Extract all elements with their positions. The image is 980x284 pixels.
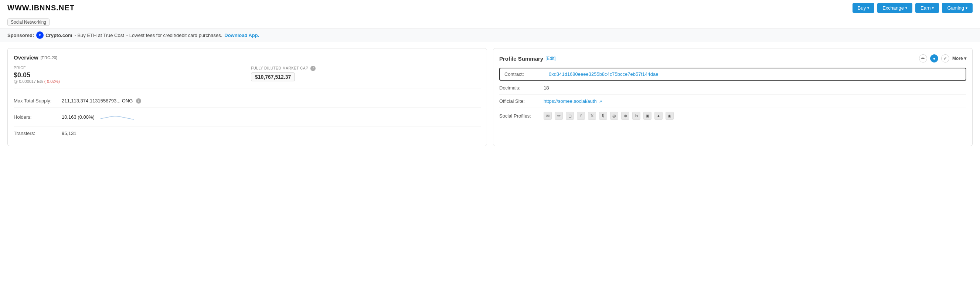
social-profiles-label: Social Profiles: [499, 113, 544, 119]
edit-pencil-icon[interactable]: ✏ [919, 54, 927, 62]
official-site-label: Official Site: [499, 98, 544, 104]
max-supply-value: 211,113,374.1131558793... ONG i [62, 98, 141, 104]
earn-chevron-icon: ▾ [932, 6, 934, 10]
market-cap-info-icon[interactable]: i [310, 66, 316, 71]
price-change: (-0.02%) [45, 79, 60, 84]
github-social-icon[interactable]: ◎ [610, 112, 618, 120]
holders-sparkline [100, 111, 134, 123]
linkedin-social-icon[interactable]: in [632, 112, 640, 120]
holders-value: 10,163 (0.00%) [62, 111, 134, 123]
contract-label: Contract: [504, 71, 549, 77]
token-tag-badge[interactable]: Social Networking [7, 19, 49, 26]
social-icons-container: ✉ ✏ ◻ f 𝕏 ₿ ◎ ⊕ in ▣ ▲ ◉ [544, 112, 674, 120]
sponsor-sub: - Lowest fees for credit/debit card purc… [126, 32, 222, 38]
profile-header: Profile Summary [Edit] ✏ ● ✓ More ▾ [499, 54, 966, 62]
other4-social-icon[interactable]: ◉ [665, 112, 674, 120]
market-cap-block: FULLY DILUTED MARKET CAP i $10,767,512.3… [251, 66, 481, 84]
price-section: PRICE $0.05 @ 0.000017 Eth (-0.02%) FULL… [14, 66, 481, 88]
crypto-logo-icon: C [36, 32, 44, 39]
decimals-label: Decimals: [499, 85, 544, 91]
social-profiles-row: Social Profiles: ✉ ✏ ◻ f 𝕏 ₿ ◎ ⊕ in ▣ ▲ … [499, 108, 966, 123]
decimals-value: 18 [544, 85, 966, 91]
external-link-icon: ↗ [599, 99, 602, 104]
profile-card: Profile Summary [Edit] ✏ ● ✓ More ▾ Cont… [493, 48, 973, 146]
email-social-icon[interactable]: ✉ [544, 112, 552, 120]
holders-label: Holders: [14, 114, 58, 120]
sponsor-brand: C Crypto.com [36, 32, 72, 39]
price-label: PRICE [14, 66, 243, 70]
price-eth: @ 0.000017 Eth (-0.02%) [14, 79, 243, 84]
max-supply-label: Max Total Supply: [14, 98, 58, 104]
contract-row: Contract: 0xd341d1680eeee3255b8c4c75bcce… [499, 68, 966, 81]
official-site-row: Official Site: https://somee.social/auth… [499, 95, 966, 108]
edit-social-icon[interactable]: ✏ [555, 112, 563, 120]
check-icon[interactable]: ✓ [941, 54, 949, 62]
max-supply-row: Max Total Supply: 211,113,374.1131558793… [14, 94, 481, 108]
site-logo: WWW.IBNNS.NET [7, 4, 75, 12]
more-chevron-icon: ▾ [964, 56, 966, 61]
profile-title: Profile Summary [499, 56, 543, 62]
earn-button[interactable]: Earn ▾ [915, 3, 939, 13]
buy-chevron-icon: ▾ [867, 6, 869, 10]
sponsored-bar: Sponsored: C Crypto.com - Buy ETH at Tru… [0, 29, 980, 42]
sponsor-description: - Buy ETH at True Cost [74, 32, 124, 38]
transfers-row: Transfers: 95,131 [14, 127, 481, 140]
price-block: PRICE $0.05 @ 0.000017 Eth (-0.02%) [14, 66, 243, 84]
twitter-social-icon[interactable]: 𝕏 [588, 112, 596, 120]
official-site-link[interactable]: https://somee.social/auth [544, 98, 597, 104]
nav-buttons: Buy ▾ Exchange ▾ Earn ▾ Gaming ▾ [853, 3, 973, 13]
bitcoin-social-icon[interactable]: ₿ [599, 112, 607, 120]
market-cap-label: FULLY DILUTED MARKET CAP i [251, 66, 481, 71]
buy-button[interactable]: Buy ▾ [853, 3, 874, 13]
holders-row: Holders: 10,163 (0.00%) [14, 108, 481, 127]
other2-social-icon[interactable]: ▣ [643, 112, 651, 120]
overview-card: Overview [ERC-20] PRICE $0.05 @ 0.000017… [7, 48, 487, 146]
gaming-button[interactable]: Gaming ▾ [942, 3, 973, 13]
other1-social-icon[interactable]: ⊕ [621, 112, 629, 120]
tag-row: Social Networking [0, 16, 980, 29]
profile-header-icons: ✏ ● ✓ More ▾ [919, 54, 966, 62]
more-dropdown[interactable]: More ▾ [952, 56, 966, 61]
contract-address-link[interactable]: 0xd341d1680eeee3255b8c4c75bcce7eb57f144d… [549, 71, 658, 77]
sponsored-label: Sponsored: [7, 32, 34, 38]
decimals-row: Decimals: 18 [499, 81, 966, 95]
price-value: $0.05 [14, 71, 243, 79]
overview-title: Overview [14, 54, 38, 61]
sponsor-name: Crypto.com [45, 32, 72, 38]
profile-edit-link[interactable]: [Edit] [546, 56, 555, 61]
exchange-chevron-icon: ▾ [905, 6, 907, 10]
instagram-social-icon[interactable]: ◻ [566, 112, 574, 120]
supply-info-icon[interactable]: i [136, 98, 141, 104]
overview-tag: [ERC-20] [41, 56, 57, 60]
main-content: Overview [ERC-20] PRICE $0.05 @ 0.000017… [0, 42, 980, 152]
transfers-value: 95,131 [62, 131, 76, 136]
gaming-chevron-icon: ▾ [966, 6, 967, 10]
facebook-social-icon[interactable]: f [577, 112, 585, 120]
official-site-value: https://somee.social/auth ↗ [544, 98, 602, 104]
transfers-label: Transfers: [14, 131, 58, 136]
other3-social-icon[interactable]: ▲ [654, 112, 663, 120]
market-cap-value: $10,767,512.37 [251, 72, 295, 81]
sponsor-cta-link[interactable]: Download App. [224, 32, 259, 38]
info-circle-icon[interactable]: ● [930, 54, 938, 62]
exchange-button[interactable]: Exchange ▾ [877, 3, 912, 13]
top-navigation: WWW.IBNNS.NET Buy ▾ Exchange ▾ Earn ▾ Ga… [0, 0, 980, 16]
overview-header: Overview [ERC-20] [14, 54, 481, 61]
